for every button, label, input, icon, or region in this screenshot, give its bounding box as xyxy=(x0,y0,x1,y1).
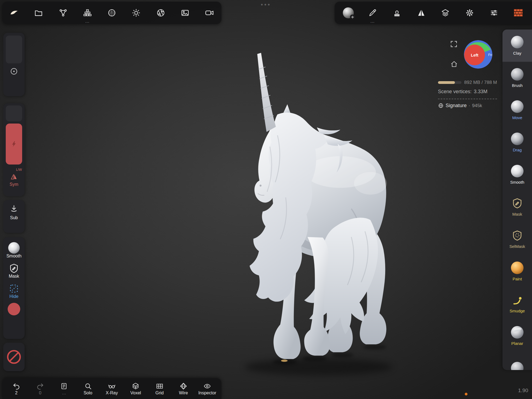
scene-vertices-value: 3.33M xyxy=(474,89,487,95)
nomad-menu-button[interactable] xyxy=(7,2,22,24)
system-handle-dots: ••• xyxy=(261,1,271,8)
signature-sep: · xyxy=(469,103,470,108)
material-button[interactable] xyxy=(341,2,356,24)
multires-button[interactable]: … xyxy=(80,2,95,24)
quick-tool-mask[interactable]: Mask xyxy=(8,263,19,279)
quick-hide-label: Hide xyxy=(8,294,19,299)
nav-gizmo[interactable]: Left Front xyxy=(463,39,493,71)
mask-shield-icon xyxy=(511,197,523,209)
zoom-level: 1.90 xyxy=(518,388,528,394)
planar-sphere-icon xyxy=(511,326,524,339)
tool-panel: Clay Brush Move Drag Smooth Mask SelMask… xyxy=(502,30,532,370)
tool-clipped[interactable] xyxy=(502,352,532,370)
settings-button[interactable] xyxy=(462,2,477,24)
stroke-pencil-icon xyxy=(368,8,377,17)
remesh-sphere-icon xyxy=(107,8,116,17)
gear-badge-icon xyxy=(350,14,355,19)
tool-smooth[interactable]: Smooth xyxy=(502,159,532,191)
interface-button[interactable] xyxy=(486,2,502,24)
intensity-slider-fill[interactable] xyxy=(6,124,22,165)
layers-button[interactable] xyxy=(438,2,453,24)
inspector-eye-icon xyxy=(203,382,211,390)
symmetry-button[interactable] xyxy=(414,2,429,24)
grid-label: Grid xyxy=(156,391,164,395)
multires-more: … xyxy=(85,19,90,24)
no-alpha-panel[interactable] xyxy=(3,343,25,371)
quick-tool-hide[interactable]: Hide xyxy=(8,283,19,299)
stamp-icon xyxy=(393,8,401,17)
postprocess-aperture-icon xyxy=(156,8,165,17)
symmetry-triangle-icon[interactable] xyxy=(10,173,18,180)
smooth-sphere-icon xyxy=(8,242,20,254)
tool-label-clay: Clay xyxy=(513,51,521,55)
solo-button[interactable]: Solo xyxy=(76,378,100,399)
tool-smudge[interactable]: Smudge xyxy=(502,287,532,320)
sub-label: Sub xyxy=(3,215,25,220)
project-bricks-button[interactable] xyxy=(511,2,526,24)
tool-paint[interactable]: Paint xyxy=(502,255,532,287)
tool-clay[interactable]: Clay xyxy=(502,30,532,62)
history-pages-icon xyxy=(60,382,68,390)
postprocess-button[interactable] xyxy=(153,2,168,24)
sub-panel[interactable]: Sub xyxy=(3,200,25,233)
tool-label-mask: Mask xyxy=(512,212,522,216)
tool-drag[interactable]: Drag xyxy=(502,126,532,159)
background-button[interactable] xyxy=(177,2,193,24)
sym-label: Sym xyxy=(3,182,25,187)
camera-button[interactable] xyxy=(202,2,217,24)
voxel-label: Voxel xyxy=(130,391,141,395)
multires-icon xyxy=(83,8,92,17)
inspector-button[interactable]: Inspector xyxy=(195,378,219,399)
scene-vertices-label: Scene vertices: xyxy=(438,89,472,95)
scene-stats: 892 MB / 788 M Scene vertices: 3.33M Sig… xyxy=(438,80,502,108)
files-button[interactable] xyxy=(31,2,46,24)
intensity-panel: L/W Sym xyxy=(3,103,25,196)
remesh-button[interactable] xyxy=(104,2,119,24)
drag-sphere-icon xyxy=(511,133,524,145)
background-image-icon xyxy=(181,8,189,17)
tool-label-drag: Drag xyxy=(513,148,522,152)
quick-tool-smooth[interactable]: Smooth xyxy=(6,242,21,259)
stats-separator xyxy=(438,99,497,99)
tool-mask[interactable]: Mask xyxy=(502,191,532,223)
undo-button[interactable]: 2 xyxy=(4,378,28,399)
tool-move[interactable]: Move xyxy=(502,94,532,126)
falloff-button[interactable] xyxy=(389,2,405,24)
home-icon xyxy=(450,60,458,68)
history-button[interactable]: … xyxy=(52,378,76,399)
lighting-button[interactable] xyxy=(128,2,144,24)
fullscreen-button[interactable] xyxy=(450,40,458,48)
redo-count: 0 xyxy=(39,391,42,395)
tool-brush[interactable]: Brush xyxy=(502,62,532,94)
move-sphere-icon xyxy=(511,100,524,113)
tool-selmask[interactable]: SelMask xyxy=(502,223,532,255)
radius-slider-track[interactable] xyxy=(6,36,22,63)
stroke-button[interactable]: … xyxy=(365,2,380,24)
tool-label-smudge: Smudge xyxy=(510,309,525,313)
grid-button[interactable]: Grid xyxy=(148,378,171,399)
wire-button[interactable]: Wire xyxy=(171,378,195,399)
memory-bar xyxy=(438,81,461,84)
wire-label: Wire xyxy=(179,391,188,395)
clipped-red-tool[interactable] xyxy=(8,303,20,315)
undo-icon xyxy=(13,382,20,390)
redo-button[interactable]: 0 xyxy=(28,378,52,399)
mask-shield-icon xyxy=(8,263,19,274)
xray-glasses-icon xyxy=(108,382,116,390)
top-right-toolbar: … xyxy=(335,2,532,24)
fullscreen-icon xyxy=(450,40,458,48)
xray-button[interactable]: X-Ray xyxy=(100,378,124,399)
radius-slider-panel xyxy=(3,33,25,96)
lw-label[interactable]: L/W xyxy=(3,168,25,172)
tool-planar[interactable]: Planar xyxy=(502,320,532,352)
interface-sliders-icon xyxy=(490,8,498,17)
target-icon[interactable] xyxy=(10,67,18,75)
scene-button[interactable] xyxy=(55,2,71,24)
voxel-button[interactable]: Voxel xyxy=(124,378,148,399)
quick-mask-label: Mask xyxy=(8,274,19,279)
viewport-canvas[interactable] xyxy=(0,0,532,399)
home-view-button[interactable] xyxy=(450,60,458,68)
redo-icon xyxy=(36,382,44,390)
solo-label: Solo xyxy=(84,391,92,395)
intensity-slider-track[interactable] xyxy=(6,105,22,121)
